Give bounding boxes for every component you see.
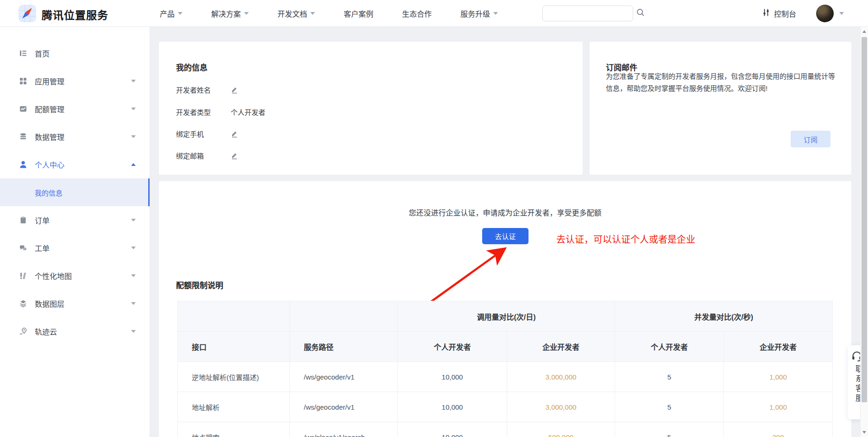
brand-logo[interactable]: 腾讯位置服务 — [19, 5, 108, 24]
enterprise-qps-cell: 200 — [724, 422, 833, 437]
quota-chart-icon — [19, 104, 28, 114]
enterprise-daily-cell: 500,000 — [507, 422, 615, 437]
nav-item-products[interactable]: 产品 — [160, 8, 182, 19]
page-scrollbar[interactable] — [860, 27, 868, 437]
quota-table: 调用量对比(次/日) 并发量对比(次/秒) 接口 服务路径 个人开发者 企业开发… — [177, 301, 833, 437]
main-content: 我的信息 开发者姓名 开发者类型 个人开发者 绑定手机 — [150, 27, 868, 437]
chevron-down-icon — [131, 135, 136, 138]
scrollbar-thumb[interactable] — [862, 37, 867, 402]
search-input[interactable] — [543, 6, 636, 20]
go-certify-button[interactable]: 去认证 — [482, 228, 528, 244]
path-cell: /ws/place/v1/search — [290, 422, 398, 437]
personal-daily-cell: 10,000 — [398, 392, 507, 422]
nav-item-solutions[interactable]: 解决方案 — [211, 8, 249, 19]
developer-type-value: 个人开发者 — [231, 107, 265, 117]
sidebar-item-track-cloud[interactable]: 轨迹云 — [0, 317, 150, 345]
scrollbar-up-arrow-icon[interactable] — [862, 30, 866, 33]
table-row: 地点搜索/ws/place/v1/search10,000500,0005200 — [178, 422, 833, 437]
app-root: 腾讯位置服务 产品 解决方案 开发文档 客户案例 生态合作 服务升级 — [0, 0, 868, 437]
sidebar-item-personal-center[interactable]: 个人中心 — [0, 151, 150, 178]
quota-section-title: 配额限制说明 — [176, 279, 223, 291]
edit-pencil-icon[interactable] — [231, 152, 239, 159]
nav-item-ecosystem[interactable]: 生态合作 — [402, 8, 432, 19]
sidebar-item-quota-management[interactable]: 配额管理 — [0, 95, 150, 123]
chevron-down-icon — [493, 12, 498, 15]
sidebar-item-home[interactable]: 首页 — [0, 39, 150, 67]
qps-group-header: 并发量对比(次/秒) — [615, 301, 833, 332]
search-box — [542, 6, 633, 21]
chevron-down-icon — [131, 247, 136, 249]
chevron-up-icon — [131, 163, 136, 166]
table-group-header-row: 调用量对比(次/日) 并发量对比(次/秒) — [178, 301, 833, 332]
path-cell: /ws/geocoder/v1 — [290, 392, 398, 422]
info-row-developer-name: 开发者姓名 — [176, 84, 239, 95]
personal-qps-cell: 5 — [615, 362, 724, 392]
empty-header-cell — [290, 301, 398, 332]
chevron-down-icon — [131, 302, 136, 305]
chevron-down-icon — [131, 219, 136, 222]
track-cloud-icon — [19, 327, 28, 336]
sidebar-item-tickets[interactable]: 工单 — [0, 234, 150, 262]
certification-notice: 您还没进行企业认证，申请成为企业开发者，享受更多配额 — [159, 207, 851, 218]
user-icon — [19, 160, 28, 169]
my-info-title: 我的信息 — [176, 61, 208, 73]
chevron-down-icon — [131, 108, 136, 110]
enterprise-daily-cell: 3,000,000 — [507, 392, 615, 422]
path-column-header: 服务路径 — [290, 332, 398, 362]
personal-qps-cell: 5 — [615, 422, 724, 437]
sidebar-subitem-my-info[interactable]: 我的信息 — [0, 178, 150, 206]
nav-item-docs[interactable]: 开发文档 — [277, 8, 315, 19]
edit-pencil-icon[interactable] — [231, 130, 239, 138]
orders-icon — [19, 215, 28, 225]
sidebar-item-data-management[interactable]: 数据管理 — [0, 123, 150, 151]
enterprise-daily-cell: 3,000,000 — [507, 362, 615, 392]
search-icon[interactable] — [636, 8, 645, 19]
subscribe-button[interactable]: 订阅 — [791, 131, 830, 147]
scrollbar-down-arrow-icon[interactable] — [862, 431, 866, 434]
chevron-down-icon — [131, 330, 136, 333]
subscribe-description: 为您准备了专属定制的开发者服务月报，包含您每月使用的接口用量统计等信息，帮助您及… — [606, 70, 841, 95]
sidebar-item-custom-map[interactable]: 个性化地图 — [0, 262, 150, 290]
sidebar-item-orders[interactable]: 订单 — [0, 206, 150, 234]
enterprise-qps-cell: 1,000 — [724, 362, 833, 392]
path-cell: /ws/geocoder/v1 — [290, 362, 398, 392]
info-row-developer-type: 开发者类型 个人开发者 — [176, 107, 265, 117]
certification-quota-card: 您还没进行企业认证，申请成为企业开发者，享受更多配额 去认证 去认证，可以认证个… — [159, 181, 851, 437]
quota-table-body: 逆地址解析(位置描述)/ws/geocoder/v110,0003,000,00… — [178, 362, 833, 437]
info-row-bound-email: 绑定邮箱 — [176, 150, 239, 160]
user-avatar[interactable] — [816, 5, 834, 22]
brand-name: 腾讯位置服务 — [42, 6, 108, 22]
chevron-down-icon — [178, 12, 182, 15]
chevron-down-icon — [244, 12, 249, 15]
nav-item-upgrade[interactable]: 服务升级 — [460, 8, 498, 19]
top-bar: 腾讯位置服务 产品 解决方案 开发文档 客户案例 生态合作 服务升级 — [0, 0, 868, 27]
enterprise-dev-column-header: 企业开发者 — [507, 332, 615, 362]
api-cell: 地点搜索 — [178, 422, 290, 437]
my-info-card: 我的信息 开发者姓名 开发者类型 个人开发者 绑定手机 — [159, 42, 583, 175]
subscribe-mail-card: 订阅邮件 为您准备了专属定制的开发者服务月报，包含您每月使用的接口用量统计等信息… — [590, 42, 851, 175]
red-annotation-text: 去认证，可以认证个人或者是企业 — [556, 232, 695, 246]
layers-icon — [19, 299, 28, 308]
sidebar-item-data-layers[interactable]: 数据图层 — [0, 290, 150, 317]
chevron-down-icon — [310, 12, 315, 15]
top-navigation: 产品 解决方案 开发文档 客户案例 生态合作 服务升级 — [160, 0, 498, 27]
sidebar: 首页 应用管理 配额管理 — [0, 27, 150, 437]
personal-dev-column-header: 个人开发者 — [398, 332, 507, 362]
edit-pencil-icon[interactable] — [231, 86, 239, 94]
personal-daily-cell: 10,000 — [398, 362, 507, 392]
custom-map-icon — [19, 271, 28, 280]
nav-item-cases[interactable]: 客户案例 — [344, 8, 373, 19]
personal-dev-column-header: 个人开发者 — [615, 332, 724, 362]
sidebar-item-app-management[interactable]: 应用管理 — [0, 67, 150, 95]
tickets-icon — [19, 243, 28, 253]
table-row: 地址解析/ws/geocoder/v110,0003,000,00051,000 — [178, 392, 833, 422]
console-link[interactable]: 控制台 — [762, 0, 796, 27]
api-cell: 地址解析 — [178, 392, 290, 422]
api-column-header: 接口 — [178, 332, 290, 362]
enterprise-qps-cell: 1,000 — [724, 392, 833, 422]
home-list-icon — [19, 49, 28, 58]
table-column-header-row: 接口 服务路径 个人开发者 企业开发者 个人开发者 企业开发者 — [178, 332, 833, 362]
chevron-down-icon[interactable] — [839, 12, 844, 15]
chevron-down-icon — [131, 274, 136, 277]
info-row-bound-phone: 绑定手机 — [176, 128, 239, 139]
